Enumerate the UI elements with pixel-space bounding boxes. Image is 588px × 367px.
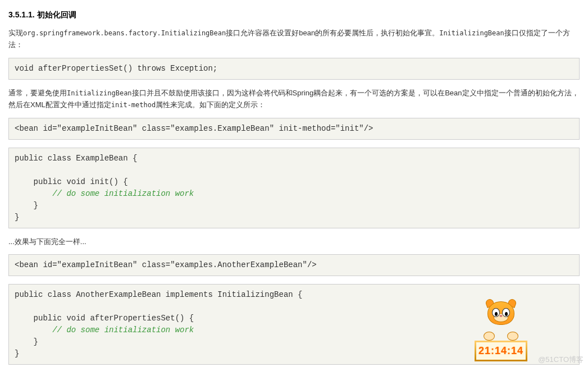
code-block-3: public class ExampleBean { public void i…	[8, 148, 580, 228]
para2-c2: init-method	[111, 101, 156, 109]
c5-l3: public void afterPropertiesSet() {	[15, 314, 194, 323]
c5-comment: // do some initialization work	[15, 325, 194, 334]
section-heading: 3.5.1.1. 初始化回调	[8, 8, 580, 21]
para1-code1: org.springframework.beans.factory.Initia…	[23, 29, 226, 37]
code-block-2: <bean id="exampleInitBean" class="exampl…	[8, 118, 580, 140]
para2-c1: InitializingBean	[67, 89, 132, 97]
para1-pre: 实现	[8, 29, 23, 37]
para2-pre: 通常，要避免使用	[8, 89, 67, 97]
c3-l6: }	[15, 213, 19, 222]
watermark: @51CTO博客	[538, 354, 584, 366]
para1-code2: InitializingBean	[439, 29, 504, 37]
code-block-4: <bean id="exampleInitBean" class="exampl…	[8, 254, 580, 276]
para1-mid: 接口允许容器在设置好bean的所有必要属性后，执行初始化事宜。	[226, 29, 439, 37]
paragraph-3: ...效果与下面完全一样...	[8, 236, 580, 248]
garfield-clock-widget: 21:14:14	[470, 300, 532, 361]
c3-l1: public class ExampleBean {	[15, 154, 137, 163]
paragraph-1: 实现org.springframework.beans.factory.Init…	[8, 27, 580, 51]
paragraph-2: 通常，要避免使用InitializingBean接口并且不鼓励使用该接口，因为这…	[8, 88, 580, 111]
garfield-icon	[476, 300, 526, 340]
code-block-1: void afterPropertiesSet() throws Excepti…	[8, 58, 580, 80]
c3-l5: }	[15, 201, 38, 210]
c5-l6: }	[15, 349, 19, 358]
clock-display: 21:14:14	[475, 341, 527, 361]
c5-l1: public class AnotherExampleBean implemen…	[15, 290, 302, 299]
c5-l5: }	[15, 337, 38, 346]
c3-l3: public void init() {	[15, 177, 128, 186]
c3-comment: // do some initialization work	[15, 189, 194, 198]
para2-mid2: 属性来完成。如下面的定义所示：	[156, 100, 265, 109]
